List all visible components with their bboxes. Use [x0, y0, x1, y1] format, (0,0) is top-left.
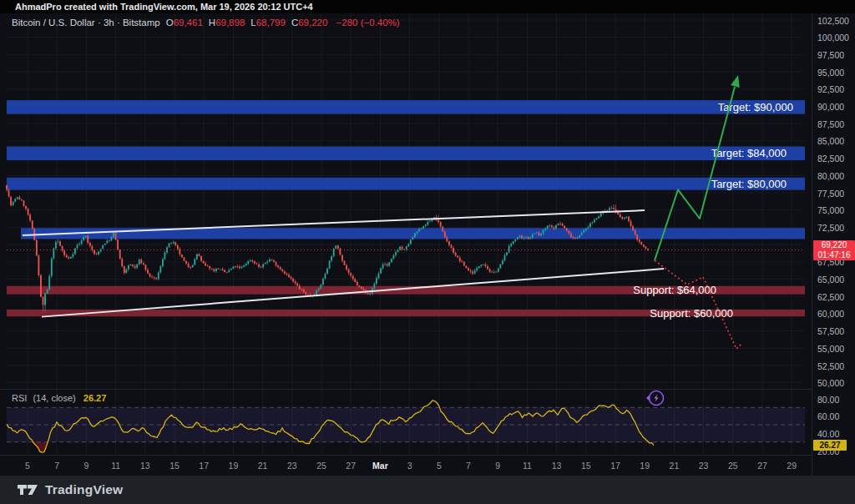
- time-axis-label: 17: [603, 461, 628, 471]
- price-axis-label: 50,000: [817, 378, 844, 388]
- time-axis-label: 17: [191, 461, 216, 471]
- band-label: Support: $64,000: [633, 284, 716, 296]
- ohlc-value: 69,898: [215, 18, 245, 28]
- price-axis-label: 95,000: [817, 68, 844, 78]
- time-axis-label: 7: [456, 461, 481, 471]
- time-axis-label: 11: [104, 461, 129, 471]
- rsi-axis-label: 80.00: [817, 395, 839, 405]
- rsi-value-badge: 26.27: [813, 440, 847, 451]
- price-axis[interactable]: 69,220 01:47:16 26.27 102,500100,00097,5…: [812, 13, 855, 476]
- rsi-pane[interactable]: [0, 390, 812, 455]
- time-axis-label: 13: [133, 461, 158, 471]
- time-axis-label: 19: [632, 461, 657, 471]
- price-axis-label: 52,500: [817, 361, 844, 371]
- time-axis-label: 13: [544, 461, 569, 471]
- price-axis-label: 97,500: [817, 50, 844, 60]
- price-axis-label: 75,000: [817, 205, 844, 215]
- rsi-title: RSI: [12, 393, 27, 403]
- price-axis-label: 55,000: [817, 344, 844, 354]
- ohlc-key: H: [209, 18, 215, 28]
- resistance-band[interactable]: [7, 100, 805, 114]
- resistance-band[interactable]: [7, 178, 805, 190]
- legend-change: −280 (−0.40%): [336, 18, 400, 28]
- price-axis-label: 60,000: [817, 309, 844, 319]
- footer-brand[interactable]: TradingView: [45, 482, 123, 497]
- time-axis-label: 9: [485, 461, 510, 471]
- pane-separator[interactable]: [0, 389, 812, 390]
- time-axis-label: Mar: [367, 461, 392, 471]
- footer-toolbar: TradingView: [0, 476, 855, 504]
- price-axis-label: 82,500: [817, 154, 844, 164]
- time-axis-label: 11: [514, 461, 539, 471]
- time-axis-label: 23: [280, 461, 305, 471]
- ohlc-value: 69,461: [174, 18, 203, 28]
- time-axis-label: 15: [162, 461, 187, 471]
- time-axis-label: 27: [750, 461, 775, 471]
- price-axis-label: 65,000: [817, 275, 844, 285]
- ohlc-key: O: [166, 18, 174, 28]
- ohlc-value: 69,220: [298, 18, 327, 28]
- price-axis-label: 57,500: [817, 326, 844, 336]
- time-axis-label: 25: [309, 461, 334, 471]
- time-axis-label: 5: [427, 461, 452, 471]
- time-axis-label: 23: [691, 461, 716, 471]
- rsi-axis-label: 40.00: [817, 429, 839, 439]
- main-price-pane[interactable]: Target: $90,000Target: $84,000Target: $8…: [0, 13, 812, 390]
- rsi-value: 26.27: [83, 393, 107, 403]
- price-axis-label: 62,500: [817, 292, 844, 302]
- price-axis-label: 92,500: [817, 84, 844, 94]
- time-axis-label: 19: [220, 461, 245, 471]
- ohlc-key: C: [291, 18, 298, 28]
- time-axis-label: 3: [397, 461, 422, 471]
- price-axis-label: 80,000: [817, 171, 844, 181]
- band-label: Support: $60,000: [650, 307, 733, 320]
- time-axis-label: 15: [574, 461, 599, 471]
- band-label: Target: $84,000: [711, 147, 787, 159]
- tradingview-logo[interactable]: [17, 482, 38, 497]
- time-axis[interactable]: 579111315171921232527Mar3579111315171921…: [0, 455, 812, 476]
- price-axis-label: 85,000: [817, 136, 844, 146]
- current-price-badge: 69,220 01:47:16: [813, 240, 855, 260]
- rsi-legend[interactable]: RSI (14, close) 26.27: [12, 393, 106, 403]
- price-axis-label: 102,500: [817, 16, 849, 26]
- rsi-params: (14, close): [33, 393, 75, 403]
- time-axis-label: 21: [661, 461, 686, 471]
- price-axis-label: 77,500: [817, 189, 844, 199]
- rsi-axis-label: 60.00: [817, 411, 839, 421]
- bearish-path[interactable]: [655, 260, 741, 349]
- chart-root: Target: $90,000Target: $84,000Target: $8…: [0, 13, 855, 476]
- price-axis-label: 100,000: [817, 33, 849, 43]
- time-axis-label: 29: [779, 461, 804, 471]
- time-axis-label: 25: [721, 461, 746, 471]
- price-axis-label: 87,500: [817, 119, 844, 129]
- symbol-title[interactable]: Bitcoin / U.S. Dollar · 3h · Bitstamp: [12, 18, 160, 28]
- lightning-cursor-icon: [640, 386, 670, 411]
- band-label: Target: $80,000: [711, 178, 787, 190]
- ohlc-value: 68,799: [256, 18, 286, 28]
- time-axis-label: 27: [338, 461, 363, 471]
- attribution-bar: AhmadPro created with TradingView.com, M…: [0, 0, 855, 13]
- symbol-legend[interactable]: Bitcoin / U.S. Dollar · 3h · BitstampO69…: [12, 18, 400, 28]
- time-axis-label: 5: [15, 461, 40, 471]
- time-axis-label: 7: [44, 461, 69, 471]
- time-axis-label: 9: [73, 461, 99, 471]
- price-axis-label: 72,500: [817, 223, 844, 233]
- time-axis-label: 21: [250, 461, 276, 471]
- price-axis-label: 90,000: [817, 102, 844, 112]
- resistance-band[interactable]: [7, 147, 805, 161]
